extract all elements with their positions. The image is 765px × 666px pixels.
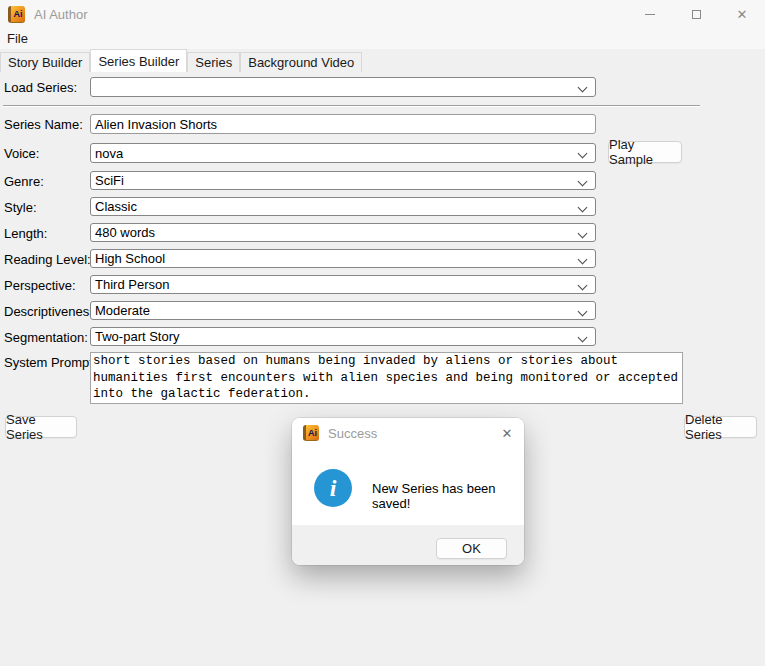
close-icon: ✕ [502,426,513,441]
series-name-input[interactable]: Alien Invasion Shorts [90,114,596,134]
chevron-down-icon [578,229,588,239]
maximize-icon [692,10,701,19]
dialog-title-bar: Ai Success ✕ [292,418,524,448]
chevron-down-icon [578,83,588,93]
segmentation-label: Segmentation: [4,330,88,345]
system-prompt-label: System Prompt: [4,355,96,370]
maximize-button[interactable] [673,0,719,28]
chevron-down-icon [578,333,588,343]
app-icon: Ai [303,425,319,441]
chevron-down-icon [578,281,588,291]
load-series-label: Load Series: [4,80,77,95]
style-dropdown[interactable]: Classic [90,197,596,216]
reading-level-dropdown[interactable]: High School [90,249,596,268]
tab-story-builder[interactable]: Story Builder [0,52,90,72]
tab-background-video[interactable]: Background Video [240,52,362,72]
length-label: Length: [4,226,47,241]
descriptiveness-value: Moderate [95,303,150,318]
genre-value: SciFi [95,173,124,188]
voice-label: Voice: [4,146,39,161]
app-window: Ai AI Author ✕ File Story Builder Series… [0,0,765,666]
reading-level-label: Reading Level: [4,252,91,267]
perspective-label: Perspective: [4,278,76,293]
ok-button[interactable]: OK [436,538,507,559]
success-dialog: Ai Success ✕ i New Series has been saved… [292,418,524,565]
descriptiveness-label: Descriptiveness: [4,304,99,319]
chevron-down-icon [578,149,588,159]
perspective-dropdown[interactable]: Third Person [90,275,596,294]
voice-value: nova [95,146,123,161]
voice-dropdown[interactable]: nova [90,143,596,163]
perspective-value: Third Person [95,277,169,292]
genre-label: Genre: [4,174,44,189]
descriptiveness-dropdown[interactable]: Moderate [90,301,596,320]
play-sample-button[interactable]: Play Sample [608,141,682,163]
app-icon: Ai [8,6,25,23]
save-series-button[interactable]: Save Series [5,416,77,438]
minimize-button[interactable] [627,0,673,28]
chevron-down-icon [578,307,588,317]
chevron-down-icon [578,203,588,213]
close-button[interactable]: ✕ [719,0,765,28]
title-bar: Ai AI Author ✕ [0,0,765,28]
separator [3,105,700,107]
dialog-message: New Series has been saved! [372,481,517,511]
close-icon: ✕ [737,8,748,21]
tab-series-builder[interactable]: Series Builder [90,49,187,72]
minimize-icon [645,14,655,15]
menu-bar: File [0,28,765,49]
chevron-down-icon [578,255,588,265]
dialog-title: Success [328,426,377,441]
length-dropdown[interactable]: 480 words [90,223,596,242]
info-icon: i [314,469,352,507]
segmentation-value: Two-part Story [95,329,180,344]
delete-series-button[interactable]: Delete Series [684,416,757,438]
tab-series[interactable]: Series [187,52,240,72]
length-value: 480 words [95,225,155,240]
dialog-close-button[interactable]: ✕ [490,418,524,448]
window-controls: ✕ [627,0,765,28]
genre-dropdown[interactable]: SciFi [90,171,596,190]
segmentation-dropdown[interactable]: Two-part Story [90,327,596,346]
reading-level-value: High School [95,251,165,266]
series-name-label: Series Name: [4,117,83,132]
system-prompt-textarea[interactable]: short stories based on humans being inva… [90,352,683,404]
dialog-footer: OK [292,525,524,565]
window-title: AI Author [34,7,87,22]
load-series-dropdown[interactable] [90,77,596,97]
style-label: Style: [4,200,37,215]
menu-file[interactable]: File [0,29,35,48]
tab-strip: Story Builder Series Builder Series Back… [0,49,765,72]
series-name-value: Alien Invasion Shorts [95,117,217,132]
chevron-down-icon [578,177,588,187]
style-value: Classic [95,199,137,214]
